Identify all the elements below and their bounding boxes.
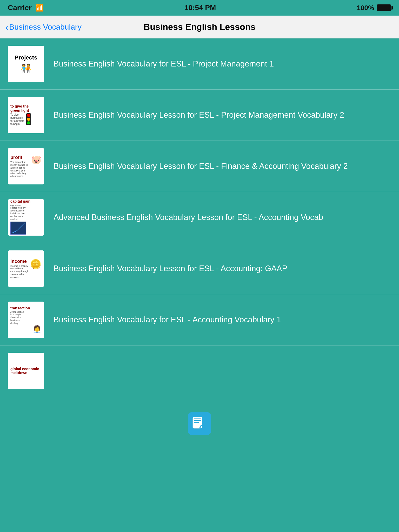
svg-rect-5 <box>194 420 201 421</box>
list-item[interactable]: income Income is moneyearned by acompany… <box>0 243 399 294</box>
bottom-bar <box>0 407 399 441</box>
nav-bar: ‹ Business Vocabulary Business English L… <box>0 16 399 38</box>
nav-title: Business English Lessons <box>144 22 256 32</box>
carrier-label: Carrier <box>8 4 32 12</box>
lesson-thumbnail: global economicmeltdown <box>8 353 44 389</box>
list-item[interactable]: to give thegreen light To givepermission… <box>0 90 399 141</box>
lesson-title: Advanced Business English Vocabulary Les… <box>54 212 391 223</box>
money-icon: 🪙 <box>30 259 42 270</box>
wifi-icon: 📶 <box>35 4 44 12</box>
chart-icon <box>10 222 26 235</box>
lessons-list: Projects 🧑‍🤝‍🧑 Business English Vocabula… <box>0 38 399 407</box>
lesson-title: Business English Vocabulary Lesson for E… <box>54 110 391 121</box>
list-item[interactable]: capital gain e.g. whenshares held bya co… <box>0 192 399 243</box>
lesson-thumbnail: Projects 🧑‍🤝‍🧑 <box>8 46 44 82</box>
list-item[interactable]: Projects 🧑‍🤝‍🧑 Business English Vocabula… <box>0 38 399 90</box>
chevron-left-icon: ‹ <box>5 23 8 31</box>
status-left: Carrier 📶 <box>8 4 44 12</box>
lesson-thumbnail: profit The amount ofmoney earned ina giv… <box>8 148 44 184</box>
traffic-light-icon <box>26 113 31 125</box>
piggy-icon: 🐷 <box>31 155 42 165</box>
person-icon: 🧑‍💼 <box>32 325 42 333</box>
search-button[interactable] <box>188 412 211 435</box>
thumb-projects: Projects 🧑‍🤝‍🧑 <box>15 54 37 74</box>
lesson-thumbnail: to give thegreen light To givepermission… <box>8 97 44 133</box>
lesson-title: Business English Vocabulary Lesson for E… <box>54 161 391 172</box>
list-item[interactable]: global economicmeltdown <box>0 345 399 396</box>
back-label: Business Vocabulary <box>9 23 82 31</box>
lesson-thumbnail: transaction A transactionis a singlefina… <box>8 302 44 338</box>
lesson-thumbnail: income Income is moneyearned by acompany… <box>8 250 44 287</box>
lesson-title: Business English Vocabulary Lesson for E… <box>54 263 391 274</box>
list-item[interactable]: profit The amount ofmoney earned ina giv… <box>0 141 399 192</box>
lesson-thumbnail: capital gain e.g. whenshares held bya co… <box>8 199 44 236</box>
status-right: 100% <box>357 4 391 12</box>
status-bar: Carrier 📶 10:54 PM 100% <box>0 0 399 16</box>
list-item[interactable]: transaction A transactionis a singlefina… <box>0 294 399 345</box>
battery-icon <box>377 4 391 11</box>
svg-rect-4 <box>194 418 201 419</box>
svg-rect-6 <box>194 422 199 423</box>
status-time: 10:54 PM <box>184 4 216 12</box>
svg-line-8 <box>204 430 206 431</box>
battery-label: 100% <box>357 4 374 12</box>
back-button[interactable]: ‹ Business Vocabulary <box>5 23 82 31</box>
search-icon <box>192 416 207 431</box>
lesson-title: Business English Vocabulary for ESL - Pr… <box>54 58 391 69</box>
lesson-title: Business English Vocabulary for ESL - Ac… <box>54 314 391 325</box>
